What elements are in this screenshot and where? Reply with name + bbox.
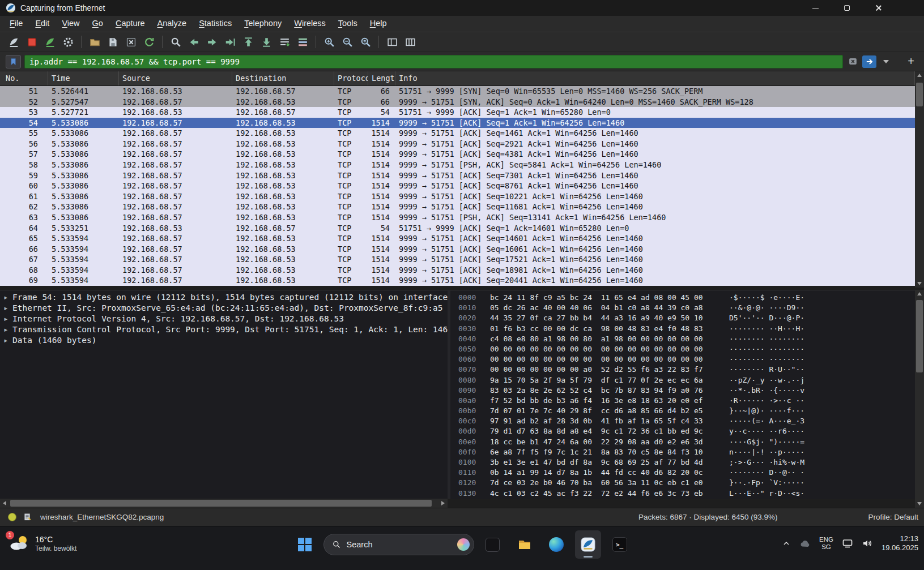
packet-row-57[interactable]: 575.533086192.168.68.57192.168.68.53TCP1… (0, 149, 915, 160)
volume-icon[interactable] (862, 538, 873, 549)
resize-all-columns-button[interactable] (401, 33, 419, 50)
language-indicator[interactable]: ENG SG (819, 536, 833, 551)
taskbar-search[interactable]: Search (323, 534, 474, 555)
packet-row-53[interactable]: 535.527721192.168.68.53192.168.68.57TCP5… (0, 107, 915, 118)
packet-row-60[interactable]: 605.533086192.168.68.57192.168.68.53TCP1… (0, 181, 915, 191)
packet-row-56[interactable]: 565.533086192.168.68.57192.168.68.53TCP1… (0, 139, 915, 149)
packet-row-55[interactable]: 555.533086192.168.68.57192.168.68.53TCP1… (0, 128, 915, 139)
scrollbar-thumb[interactable] (916, 83, 923, 106)
packet-row-62[interactable]: 625.533086192.168.68.57192.168.68.53TCP1… (0, 202, 915, 212)
detail-row-0[interactable]: Frame 54: 1514 bytes on wire (12112 bits… (0, 292, 448, 303)
scrollbar-thumb[interactable] (916, 300, 923, 372)
packet-row-67[interactable]: 675.533594192.168.68.57192.168.68.53TCP1… (0, 254, 915, 265)
hex-row-0090[interactable]: 009083 03 2a 8e 2e 62 52 c4 bc 7b 87 83 … (450, 385, 915, 396)
taskbar-app-window[interactable] (480, 530, 506, 559)
scroll-up-button[interactable] (915, 290, 924, 298)
hex-row-0030[interactable]: 003001 f6 b3 cc 00 00 dc ca 98 00 48 83 … (450, 324, 915, 334)
packet-row-52[interactable]: 525.527547192.168.68.57192.168.68.53TCP6… (0, 97, 915, 108)
filter-add-button[interactable]: + (904, 55, 918, 68)
taskbar-app-terminal[interactable]: >_ (607, 530, 633, 559)
go-last-button[interactable] (257, 33, 275, 50)
filter-bookmark-button[interactable] (6, 55, 21, 68)
scroll-up-button[interactable] (915, 71, 924, 79)
reload-file-button[interactable] (140, 33, 158, 50)
capture-options-button[interactable] (59, 33, 77, 50)
hex-row-0010[interactable]: 001005 dc 26 ac 40 00 40 06 04 b1 c0 a8 … (450, 303, 915, 313)
hex-row-00f0[interactable]: 00f06e a8 7f f5 f9 7c 1c 21 8a 83 70 c5 … (450, 447, 915, 457)
taskbar-app-wireshark[interactable] (575, 530, 601, 559)
restart-capture-button[interactable] (41, 33, 59, 50)
resize-columns-button[interactable] (383, 33, 401, 50)
go-forward-button[interactable] (203, 33, 221, 50)
hex-scrollbar[interactable] (915, 290, 924, 508)
column-header-destination[interactable]: Destination (232, 71, 334, 85)
find-packet-button[interactable] (167, 33, 185, 50)
minimize-button[interactable] (799, 0, 831, 16)
open-file-button[interactable] (86, 33, 104, 50)
packet-row-51[interactable]: 515.526441192.168.68.53192.168.68.57TCP6… (0, 86, 915, 97)
scrollbar-thumb[interactable] (10, 500, 432, 507)
start-button[interactable] (292, 530, 318, 559)
packet-row-63[interactable]: 635.533086192.168.68.57192.168.68.53TCP1… (0, 212, 915, 223)
hex-row-00d0[interactable]: 00d079 d1 d7 63 8a 8d a8 e4 9c c1 72 36 … (450, 426, 915, 436)
detail-row-2[interactable]: Internet Protocol Version 4, Src: 192.16… (0, 314, 448, 324)
packet-row-58[interactable]: 585.533086192.168.68.57192.168.68.53TCP1… (0, 160, 915, 170)
zoom-out-button[interactable] (338, 33, 356, 50)
hex-row-0120[interactable]: 01207d ce 03 2e b0 46 70 ba 60 56 3a 11 … (450, 478, 915, 488)
packet-row-61[interactable]: 615.533086192.168.68.57192.168.68.53TCP1… (0, 191, 915, 202)
menu-statistics[interactable]: Statistics (193, 16, 238, 32)
hex-row-0040[interactable]: 0040c4 08 e8 80 a1 98 00 80 a1 98 00 00 … (450, 334, 915, 344)
detail-row-3[interactable]: Transmission Control Protocol, Src Port:… (0, 324, 448, 335)
cloud-tray-icon[interactable] (799, 539, 811, 548)
menu-go[interactable]: Go (86, 16, 109, 32)
go-first-button[interactable] (239, 33, 257, 50)
stop-capture-button[interactable] (23, 33, 41, 50)
maximize-button[interactable] (831, 0, 863, 16)
detail-row-4[interactable]: Data (1460 bytes) (0, 335, 448, 346)
menu-wireless[interactable]: Wireless (288, 16, 332, 32)
scroll-down-button[interactable] (915, 500, 924, 508)
close-button[interactable] (863, 0, 895, 16)
menu-help[interactable]: Help (364, 16, 393, 32)
zoom-reset-button[interactable] (356, 33, 374, 50)
hex-row-0070[interactable]: 007000 00 00 00 00 00 00 a0 52 d2 55 f6 … (450, 365, 915, 375)
profile-label[interactable]: Profile: Default (868, 513, 919, 521)
menu-telephony[interactable]: Telephony (238, 16, 288, 32)
details-horizontal-scrollbar[interactable] (0, 499, 448, 508)
hex-row-0050[interactable]: 005000 00 00 00 00 00 00 00 00 00 00 00 … (450, 344, 915, 354)
hex-row-0020[interactable]: 002044 35 27 0f ca 27 bb b4 44 a3 16 a9 … (450, 313, 915, 323)
go-to-packet-button[interactable] (221, 33, 239, 50)
save-file-button[interactable] (104, 33, 122, 50)
scroll-left-button[interactable] (0, 499, 9, 508)
column-header-protocol[interactable]: Protocol (334, 71, 368, 85)
column-header-length[interactable]: Length (368, 71, 395, 85)
column-header-no[interactable]: No. (0, 71, 48, 85)
packet-row-54[interactable]: 545.533086192.168.68.57192.168.68.53TCP1… (0, 118, 915, 128)
packet-list-scrollbar[interactable] (915, 71, 924, 288)
packet-row-69[interactable]: 695.533594192.168.68.57192.168.68.53TCP1… (0, 275, 915, 286)
menu-analyze[interactable]: Analyze (151, 16, 193, 32)
taskbar-app-edge[interactable] (543, 530, 569, 559)
display-filter-input[interactable]: ip.addr == 192.168.68.57 && tcp.port == … (24, 55, 843, 68)
menu-edit[interactable]: Edit (29, 16, 56, 32)
packet-row-64[interactable]: 645.533251192.168.68.53192.168.68.57TCP5… (0, 223, 915, 234)
packet-row-59[interactable]: 595.533086192.168.68.57192.168.68.53TCP1… (0, 170, 915, 181)
hex-row-0100[interactable]: 01003b e1 3e e1 47 bd df 8a 9c 68 69 25 … (450, 457, 915, 468)
chevron-up-icon[interactable] (782, 539, 791, 548)
hex-row-00b0[interactable]: 00b07d 07 01 7e 7c 40 29 8f cc d6 a8 85 … (450, 406, 915, 416)
packet-row-65[interactable]: 655.533594192.168.68.57192.168.68.53TCP1… (0, 233, 915, 244)
menu-view[interactable]: View (56, 16, 86, 32)
expert-info-button[interactable] (8, 513, 16, 521)
hex-row-00e0[interactable]: 00e018 cc be b1 47 24 6a 00 22 29 08 aa … (450, 437, 915, 447)
hex-row-0000[interactable]: 0000bc 24 11 8f c9 a5 bc 24 11 65 e4 ad … (450, 293, 915, 303)
packet-row-68[interactable]: 685.533594192.168.68.57192.168.68.53TCP1… (0, 265, 915, 276)
expand-arrow-icon[interactable] (3, 324, 12, 335)
column-header-time[interactable]: Time (48, 71, 119, 85)
close-file-button[interactable] (122, 33, 140, 50)
hex-row-0080[interactable]: 00809a 15 70 5a 2f 9a 5f 79 df c1 77 0f … (450, 375, 915, 385)
hex-row-00c0[interactable]: 00c097 91 ad b2 af 28 3d 0b 41 fb af 1a … (450, 416, 915, 426)
scroll-right-button[interactable] (438, 499, 448, 508)
detail-row-1[interactable]: Ethernet II, Src: ProxmoxServe_65:e4:ad … (0, 303, 448, 314)
network-icon[interactable] (842, 538, 853, 549)
packet-row-66[interactable]: 665.533594192.168.68.57192.168.68.53TCP1… (0, 244, 915, 255)
